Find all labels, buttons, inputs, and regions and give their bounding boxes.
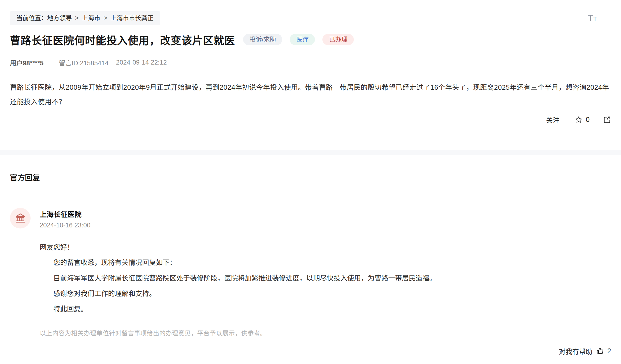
message-id: 留言ID:21585414 bbox=[59, 58, 108, 67]
top-bar: 当前位置： 地方领导 > 上海市 > 上海市市长龚正 TT bbox=[0, 0, 621, 25]
tag-list: 投诉/求助 医疗 已办理 bbox=[243, 34, 354, 46]
helpful-row: 对我有帮助 2 bbox=[0, 346, 621, 356]
section-divider bbox=[0, 150, 621, 155]
helpful-label: 对我有帮助 bbox=[559, 346, 592, 356]
message-timestamp: 2024-09-14 22:12 bbox=[116, 59, 167, 66]
reply-body: 网友您好！ 您的留言收悉，现将有关情况回复如下： 目前海军军医大学附属长征医院曹… bbox=[40, 240, 611, 317]
reply-paragraph: 您的留言收悉，现将有关情况回复如下： bbox=[40, 255, 611, 271]
message-body: 曹路长征医院，从2009年开始立项到2020年9月正式开始建设，再到2024年初… bbox=[0, 80, 621, 109]
breadcrumb: 当前位置： 地方领导 > 上海市 > 上海市市长龚正 bbox=[10, 11, 160, 25]
reply-main: 上海长征医院 2024-10-16 23:00 网友您好！ 您的留言收悉，现将有… bbox=[40, 208, 611, 337]
reply-timestamp: 2024-10-16 23:00 bbox=[40, 222, 611, 229]
favorite-count: 0 bbox=[586, 115, 590, 124]
breadcrumb-separator: > bbox=[103, 14, 107, 22]
page-title: 曹路长征医院何时能投入使用，改变该片区就医 bbox=[10, 32, 235, 47]
font-size-big-t: T bbox=[588, 13, 593, 22]
tag-status-handled: 已办理 bbox=[322, 34, 354, 46]
favorite-button[interactable]: 0 bbox=[575, 115, 590, 124]
helpful-count: 2 bbox=[607, 347, 611, 355]
reply-paragraph: 特此回复。 bbox=[40, 301, 611, 317]
official-reply-heading: 官方回复 bbox=[0, 172, 621, 183]
org-avatar bbox=[10, 208, 31, 228]
thumbs-up-icon bbox=[596, 347, 604, 355]
font-size-toggle-icon[interactable]: TT bbox=[588, 13, 597, 22]
reply-org-name: 上海长征医院 bbox=[40, 208, 611, 219]
reply-disclaimer: 以上内容为相关办理单位针对留言事项给出的办理意见，平台予以展示，供参考。 bbox=[40, 328, 611, 337]
reply-paragraph: 目前海军军医大学附属长征医院曹路院区处于装修阶段，医院将加紧推进装修进度，以期尽… bbox=[40, 271, 611, 286]
message-action-row: 关注 0 bbox=[0, 115, 621, 125]
message-detail-page: 当前位置： 地方领导 > 上海市 > 上海市市长龚正 TT 曹路长征医院何时能投… bbox=[0, 0, 621, 364]
tag-complaint-type: 投诉/求助 bbox=[243, 34, 282, 46]
breadcrumb-item-mayor[interactable]: 上海市市长龚正 bbox=[110, 14, 154, 22]
message-user: 用户98****5 bbox=[10, 58, 43, 67]
institution-bank-icon bbox=[14, 212, 26, 224]
meta-row: 用户98****5 留言ID:21585414 2024-09-14 22:12 bbox=[0, 58, 621, 67]
reply-paragraph: 网友您好！ bbox=[40, 240, 611, 255]
share-icon[interactable] bbox=[603, 116, 611, 124]
helpful-vote-button[interactable]: 2 bbox=[596, 347, 611, 355]
star-icon bbox=[575, 116, 583, 124]
reply-paragraph: 感谢您对我们工作的理解和支持。 bbox=[40, 286, 611, 302]
official-reply-card: 上海长征医院 2024-10-16 23:00 网友您好！ 您的留言收悉，现将有… bbox=[0, 208, 621, 337]
breadcrumb-item-local-leaders[interactable]: 地方领导 bbox=[47, 14, 72, 22]
font-size-small-t: T bbox=[593, 16, 597, 22]
title-row: 曹路长征医院何时能投入使用，改变该片区就医 投诉/求助 医疗 已办理 bbox=[0, 32, 621, 47]
tag-field-medical: 医疗 bbox=[290, 34, 315, 46]
breadcrumb-prefix: 当前位置： bbox=[16, 14, 47, 22]
breadcrumb-separator: > bbox=[75, 14, 79, 22]
follow-button[interactable]: 关注 bbox=[546, 115, 560, 125]
breadcrumb-item-shanghai[interactable]: 上海市 bbox=[82, 14, 100, 22]
